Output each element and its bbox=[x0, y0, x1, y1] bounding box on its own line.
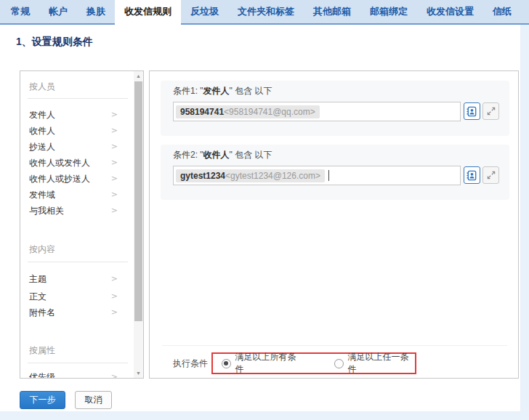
condition-2-label: 条件2: "收件人" 包含 以下 bbox=[173, 149, 272, 161]
sidebar-scrollbar[interactable]: ▲ ▼ bbox=[134, 71, 143, 378]
category-by-content: 按内容 bbox=[20, 242, 134, 257]
tab-other-mailbox[interactable]: 其他邮箱 bbox=[304, 0, 360, 25]
scroll-down-icon[interactable]: ▼ bbox=[134, 368, 143, 378]
chevron-right-icon: > bbox=[111, 139, 118, 155]
radio-selected-icon[interactable] bbox=[222, 359, 231, 368]
chevron-right-icon: > bbox=[111, 171, 118, 187]
tab-send-receive-settings[interactable]: 收发信设置 bbox=[417, 0, 483, 25]
category-by-person: 按人员 bbox=[20, 79, 134, 94]
text-caret bbox=[328, 170, 329, 181]
sidebar-item-recipient-or-cc[interactable]: 收件人或抄送人> bbox=[20, 171, 134, 187]
sidebar-item-cc[interactable]: 抄送人> bbox=[20, 139, 134, 155]
sidebar-item-recipient[interactable]: 收件人> bbox=[20, 123, 134, 139]
chevron-right-icon: > bbox=[111, 288, 118, 304]
scrollbar-thumb[interactable] bbox=[134, 81, 142, 321]
tab-skin[interactable]: 换肤 bbox=[77, 0, 115, 25]
sidebar-item-subject[interactable]: 主题> bbox=[20, 271, 134, 287]
radio-unselected-icon[interactable] bbox=[334, 359, 344, 368]
sidebar-item-body[interactable]: 正文> bbox=[20, 288, 134, 304]
sidebar-item-sender-domain[interactable]: 发件域> bbox=[20, 187, 134, 203]
next-step-button[interactable]: 下一步 bbox=[20, 391, 65, 409]
scroll-up-icon[interactable]: ▲ bbox=[134, 71, 143, 81]
tab-general[interactable]: 常规 bbox=[1, 0, 39, 25]
page-title: 1、设置规则条件 bbox=[16, 36, 93, 49]
sidebar-item-attachment-name[interactable]: 附件名> bbox=[20, 304, 134, 320]
condition-category-sidebar: 按人员 发件人> 收件人> 抄送人> 收件人或发件人> 收件人或抄送人> 发件域… bbox=[20, 70, 144, 379]
divider bbox=[162, 345, 507, 346]
execute-condition-label: 执行条件： bbox=[173, 358, 217, 370]
radio-match-any-condition[interactable]: 满足以上任一条件 bbox=[334, 351, 415, 376]
cancel-button[interactable]: 取消 bbox=[75, 391, 112, 409]
settings-tab-bar: 常规帐户换肤收发信规则反垃圾文件夹和标签其他邮箱邮箱绑定收发信设置信纸 bbox=[0, 0, 529, 25]
execute-condition-highlight: 满足以上所有条件 满足以上任一条件 bbox=[211, 352, 416, 374]
tab-mailbox-binding[interactable]: 邮箱绑定 bbox=[360, 0, 417, 25]
chevron-right-icon: > bbox=[111, 203, 118, 219]
address-book-icon bbox=[466, 169, 478, 182]
chevron-right-icon: > bbox=[111, 369, 118, 379]
tab-stationery[interactable]: 信纸 bbox=[483, 0, 521, 25]
sidebar-item-recipient-or-sender[interactable]: 收件人或发件人> bbox=[20, 155, 134, 171]
address-chip: 958194741<958194741@qq.com> bbox=[176, 105, 320, 118]
chevron-right-icon: > bbox=[111, 123, 118, 139]
tab-mail-rules[interactable]: 收发信规则 bbox=[115, 0, 181, 25]
condition-1-label: 条件1: "发件人" 包含 以下 bbox=[173, 85, 272, 97]
sidebar-item-priority[interactable]: 优先级> bbox=[20, 369, 134, 379]
divider bbox=[28, 363, 128, 363]
chevron-right-icon: > bbox=[111, 271, 118, 287]
tab-antispam[interactable]: 反垃圾 bbox=[181, 0, 228, 25]
chevron-right-icon: > bbox=[111, 107, 118, 123]
chevron-right-icon: > bbox=[111, 155, 118, 171]
expand-icon bbox=[486, 106, 496, 116]
contacts-picker-button[interactable] bbox=[464, 166, 480, 184]
chevron-right-icon: > bbox=[111, 304, 118, 320]
divider bbox=[28, 98, 128, 99]
contacts-picker-button[interactable] bbox=[464, 102, 480, 120]
expand-input-button[interactable] bbox=[482, 102, 499, 120]
chevron-right-icon: > bbox=[111, 187, 118, 203]
address-chip: gytest1234<gytest1234@126.com> bbox=[176, 169, 325, 182]
address-book-icon bbox=[466, 105, 478, 118]
rule-conditions-panel: 条件1: "发件人" 包含 以下 958194741<958194741@qq.… bbox=[149, 70, 519, 379]
condition-2-input[interactable]: gytest1234<gytest1234@126.com> bbox=[173, 166, 461, 185]
expand-icon bbox=[486, 170, 496, 180]
sidebar-item-sender[interactable]: 发件人> bbox=[20, 107, 134, 123]
tab-account[interactable]: 帐户 bbox=[39, 0, 77, 25]
divider bbox=[28, 262, 128, 262]
tab-folders-labels[interactable]: 文件夹和标签 bbox=[228, 0, 304, 25]
expand-input-button[interactable] bbox=[482, 166, 499, 184]
sidebar-item-related-to-me[interactable]: 与我相关> bbox=[20, 203, 134, 219]
radio-match-all-conditions[interactable]: 满足以上所有条件 bbox=[222, 351, 302, 376]
condition-1-input[interactable]: 958194741<958194741@qq.com> bbox=[173, 102, 461, 121]
category-by-attribute: 按属性 bbox=[20, 343, 134, 358]
